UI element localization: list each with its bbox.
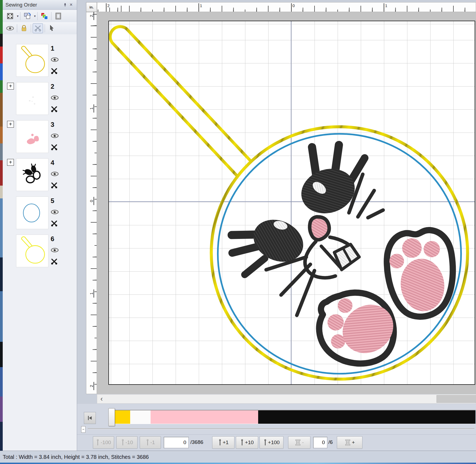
window-bottom-edge — [0, 463, 476, 464]
sew-item-4: + 4 — [3, 158, 77, 196]
stitch-navigation-bar: -100 -10 -1 /3686 +1 +10 +100 - /6 + — [77, 434, 476, 451]
thumb-2-faint-stitches[interactable] — [16, 82, 48, 115]
copies-button[interactable] — [22, 11, 32, 21]
scroll-left-arrow-icon[interactable]: ‹ — [98, 396, 105, 402]
visibility-eye-icon[interactable] — [51, 210, 59, 214]
item-number: 4 — [51, 159, 54, 167]
color-fwd-button[interactable]: + — [337, 436, 362, 449]
visibility-tool-button[interactable] — [5, 23, 15, 33]
hide-stitches-tool-button[interactable] — [33, 23, 43, 33]
stitch-back-10-button[interactable]: -10 — [116, 436, 138, 449]
timeline-track[interactable] — [88, 428, 474, 429]
hide-stitches-x-icon[interactable] — [51, 258, 58, 265]
select-tool-button[interactable] — [47, 23, 57, 33]
design-canvas[interactable] — [97, 12, 476, 394]
horizontal-scrollbar[interactable]: ‹ — [97, 394, 476, 404]
toolbar-separator — [17, 24, 17, 32]
hide-stitches-x-icon[interactable] — [51, 67, 58, 75]
hoop-icon — [54, 12, 62, 20]
hide-stitches-x-icon[interactable] — [51, 144, 58, 151]
toolbar-separator — [20, 12, 20, 20]
h-ruler-label: 0 — [291, 3, 295, 11]
bunny-paw-bottom — [319, 293, 403, 364]
hide-stitches-x-icon[interactable] — [51, 220, 58, 227]
bar-segment-pink — [151, 410, 258, 424]
needle-icon — [240, 439, 244, 446]
skip-to-start-button[interactable] — [84, 412, 96, 424]
embroidery-design — [109, 21, 475, 384]
visibility-eye-icon[interactable] — [51, 248, 59, 253]
eye-icon — [6, 26, 14, 31]
stitch-back-100-button[interactable]: -100 — [93, 436, 114, 449]
lock-tool-button[interactable] — [19, 23, 29, 33]
visibility-eye-icon[interactable] — [51, 133, 59, 138]
color-sort-button[interactable] — [39, 11, 50, 21]
hide-stitches-x-icon[interactable] — [51, 106, 58, 113]
panel-toolbar-bottom — [3, 22, 77, 34]
lock-icon — [20, 24, 28, 32]
needle-icon — [263, 439, 267, 446]
fob-outline-yellow — [110, 27, 468, 379]
fit-view-icon — [6, 12, 14, 20]
visibility-eye-icon[interactable] — [51, 95, 59, 100]
thread-spool-icon — [295, 439, 301, 446]
sewing-order-panel: Sewing Order × ▾ ▾ — [3, 0, 77, 451]
expand-plus-icon[interactable]: + — [7, 159, 14, 166]
pin-icon[interactable] — [62, 2, 68, 8]
visibility-eye-icon[interactable] — [51, 57, 59, 62]
color-total-label: /6 — [328, 439, 333, 445]
thumb-6-fob-outline[interactable] — [16, 235, 48, 267]
needle-icon — [146, 439, 149, 446]
needle-icon — [96, 439, 100, 446]
needle-icon — [218, 439, 222, 446]
status-total-text: Total : Width = 3.84 inch, Height = 3.78… — [3, 454, 149, 460]
v-ruler-label: 2 — [89, 12, 94, 20]
thread-spool-icon — [344, 439, 351, 446]
toolbar-separator — [51, 12, 51, 20]
v-ruler-label: 0 — [89, 197, 94, 205]
design-page[interactable] — [108, 21, 475, 385]
color-progress-bar[interactable] — [115, 410, 475, 424]
thumb-1-fob-outline[interactable] — [16, 44, 48, 77]
stitch-fwd-1-button[interactable]: +1 — [212, 436, 234, 449]
bunny-nose — [310, 217, 329, 240]
close-icon[interactable]: × — [68, 2, 74, 8]
item-number: 2 — [51, 83, 54, 90]
stitch-fwd-10-button[interactable]: +10 — [236, 436, 258, 449]
expand-plus-icon[interactable]: + — [7, 83, 14, 90]
bar-segment-yellow — [115, 410, 130, 424]
timeline-seek-handle[interactable] — [108, 408, 115, 426]
skip-back-icon — [87, 415, 93, 421]
h-ruler-label: 1 — [384, 3, 387, 11]
copies-dropdown-icon[interactable]: ▾ — [34, 14, 36, 18]
thumb-5-blue-oval[interactable] — [16, 196, 48, 229]
stitch-timeline: − — [77, 404, 476, 434]
fit-view-button[interactable] — [5, 11, 15, 21]
hide-stitches-x-icon[interactable] — [51, 182, 58, 189]
stitch-back-1-button[interactable]: -1 — [140, 436, 161, 449]
scrollbar-thumb[interactable] — [437, 395, 476, 403]
thumb-4-black-details[interactable] — [16, 158, 48, 191]
v-ruler-label: 2 — [89, 382, 94, 390]
scissors-icon — [34, 24, 42, 32]
timeline-collapse-button[interactable]: − — [81, 426, 86, 433]
stitch-number-input[interactable] — [164, 437, 189, 448]
bar-segment-black — [258, 410, 475, 424]
ruler-units-box[interactable]: in. — [86, 2, 97, 12]
expand-plus-icon[interactable]: + — [7, 121, 14, 128]
needle-icon — [121, 439, 125, 446]
toolbar-separator — [45, 24, 45, 32]
h-ruler-label: 2 — [106, 3, 109, 11]
visibility-eye-icon[interactable] — [51, 171, 59, 176]
color-number-input[interactable] — [313, 437, 327, 448]
hoop-button[interactable] — [53, 11, 63, 21]
item-number: 5 — [51, 197, 54, 205]
bar-segment-white — [130, 410, 151, 424]
panel-title-bar: Sewing Order × — [3, 0, 77, 10]
stitch-fwd-100-button[interactable]: +100 — [260, 436, 283, 449]
thumb-3-pink-pads[interactable] — [16, 120, 48, 153]
sew-item-3: + 3 — [3, 120, 77, 158]
color-back-button[interactable]: - — [288, 436, 310, 449]
fit-view-dropdown-icon[interactable]: ▾ — [17, 14, 19, 18]
cursor-arrow-icon — [49, 25, 55, 32]
